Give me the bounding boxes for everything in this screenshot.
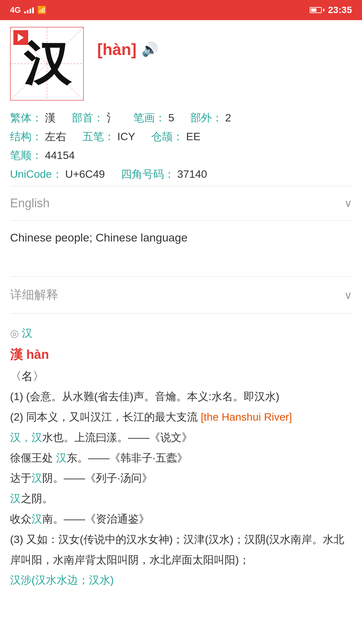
battery-indicator [310, 7, 324, 13]
pronunciation-area: [hàn] 🔊 [97, 27, 158, 59]
value-cangjie: EE [186, 130, 200, 143]
detail-quote2: 徐偃王处 汉东。——《韩非子·五蠹》 [10, 448, 352, 468]
english-section-title: English [10, 196, 50, 210]
detail-quote1-char: 汉 [32, 431, 42, 443]
detail-def3-end: 汉涉(汉水水边；汉水) [10, 570, 352, 590]
label-strokes: 笔画： [133, 111, 166, 125]
detail-def2-highlight: [the Hanshui River] [201, 411, 292, 423]
character-info-grid: 繁体： 漢 部首： 氵 笔画： 5 部外： 2 结构： 左右 五笔： ICY 仓… [10, 111, 352, 182]
detail-chevron-icon: ∨ [344, 289, 352, 302]
divider-4 [10, 313, 352, 314]
speaker-icon[interactable]: 🔊 [141, 42, 158, 57]
detail-quote1-prefix: 汉， [10, 431, 32, 443]
character-box: 汉 [10, 27, 84, 101]
value-strokes: 5 [168, 112, 174, 124]
play-button[interactable] [13, 30, 28, 45]
detail-char-teal: 汉 [22, 327, 33, 339]
label-four-corner: 四角号码： [121, 167, 175, 182]
detail-quote3: 达于汉阴。——《列子·汤问》 [10, 468, 352, 488]
divider-3 [10, 276, 352, 277]
detail-def3: (3) 又如：汉女(传说中的汉水女神)；汉津(汉水)；汉阴(汉水南岸。水北岸叫阳… [10, 529, 352, 570]
detail-content: ◎ 汉 漢 hàn 〈名〉 (1) (会意。从水難(省去佳)声。音爚。本义:水名… [10, 317, 352, 597]
detail-def3-text: (3) 又如：汉女(传说中的汉水女神)；汉津(汉水)；汉阴(汉水南岸。水北岸叫阳… [10, 533, 344, 566]
label-cangjie: 仓颉： [151, 129, 183, 144]
detail-quote4-suffix: 之阴。 [21, 492, 53, 504]
divider-1 [10, 186, 352, 186]
label-radical: 部首： [72, 111, 104, 125]
pinyin-display: [hàn] 🔊 [97, 40, 158, 59]
pinyin-text: [hàn] [97, 40, 136, 59]
detail-def2: (2) 同本义，又叫汉江，长江的最大支流 [the Hanshui River] [10, 407, 352, 427]
value-strokes-outside: 2 [225, 112, 231, 124]
detail-quote3-suffix: 阴。——《列子·汤问》 [42, 472, 153, 484]
value-radical: 氵 [107, 111, 117, 125]
detail-entry-title-row: 漢 hàn [10, 343, 352, 366]
detail-quote3-char: 汉 [32, 472, 42, 484]
detail-quote2-prefix: 徐偃王处 [10, 452, 56, 464]
english-section-header[interactable]: English ∨ [10, 190, 352, 217]
signal-bars [24, 7, 34, 13]
label-unicode: UniCode： [10, 167, 63, 182]
value-stroke-order: 44154 [45, 149, 75, 162]
divider-2 [10, 220, 352, 221]
chinese-character: 汉 [23, 40, 70, 87]
status-bar: 4G 📶 23:35 [0, 0, 362, 20]
detail-def3-end-text: 汉涉(汉水水边；汉水) [10, 574, 114, 586]
top-section: 汉 [hàn] 🔊 [10, 27, 352, 101]
detail-quote5-suffix: 南。——《资治通鉴》 [42, 513, 149, 525]
detail-pos: 〈名〉 [10, 366, 352, 386]
detail-quote5: 收众汉南。——《资治通鉴》 [10, 509, 352, 529]
detail-def1: (1) (会意。从水難(省去佳)声。音爚。本义:水名。即汉水) [10, 386, 352, 407]
detail-section-title: 详细解释 [10, 287, 58, 303]
wifi-icon: 📶 [37, 6, 46, 14]
label-stroke-order: 笔顺： [10, 148, 42, 163]
detail-quote1: 汉，汉水也。上流曰漾。——《说文》 [10, 427, 352, 448]
detail-quote4-prefix: 汉 [10, 492, 21, 504]
label-strokes-outside: 部外： [190, 111, 223, 125]
value-unicode: U+6C49 [65, 168, 105, 180]
value-traditional: 漢 [45, 111, 56, 125]
english-chevron-icon: ∨ [344, 197, 352, 210]
info-row-4: UniCode： U+6C49 四角号码： 37140 [10, 167, 352, 182]
value-structure: 左右 [45, 129, 66, 144]
detail-quote4: 汉之阴。 [10, 488, 352, 509]
detail-quote3-prefix: 达于 [10, 472, 32, 484]
value-wubi: ICY [117, 130, 135, 143]
status-left: 4G 📶 [10, 5, 46, 15]
info-row-2: 结构： 左右 五笔： ICY 仓颉： EE [10, 129, 352, 144]
detail-entry-title: 漢 hàn [10, 347, 49, 362]
status-right: 23:35 [310, 5, 352, 15]
play-triangle-icon [18, 34, 24, 42]
detail-quote2-suffix: 东。——《韩非子·五蠹》 [67, 452, 188, 464]
detail-quote1-suffix: 水也。上流曰漾。——《说文》 [42, 431, 192, 443]
main-content: 汉 [hàn] 🔊 繁体： 漢 部首： 氵 笔画： 5 部外： 2 结构： 左右… [0, 20, 362, 604]
label-structure: 结构： [10, 129, 42, 144]
detail-section-header[interactable]: 详细解释 ∨ [10, 280, 352, 310]
detail-quote5-prefix: 收众 [10, 513, 32, 525]
network-indicator: 4G [10, 5, 21, 15]
circle-indicator: ◎ [10, 328, 19, 339]
detail-circle-row: ◎ 汉 [10, 324, 352, 343]
time-display: 23:35 [328, 5, 352, 15]
value-four-corner: 37140 [177, 168, 207, 180]
detail-def2-prefix: (2) 同本义，又叫汉江，长江的最大支流 [10, 411, 201, 423]
detail-quote5-char: 汉 [32, 513, 42, 525]
info-row-3: 笔顺： 44154 [10, 148, 352, 163]
info-row-1: 繁体： 漢 部首： 氵 笔画： 5 部外： 2 [10, 111, 352, 125]
english-definition: Chinese people; Chinese language [10, 224, 352, 273]
label-traditional: 繁体： [10, 111, 42, 125]
label-wubi: 五笔： [82, 129, 115, 144]
detail-quote2-char: 汉 [56, 452, 67, 464]
